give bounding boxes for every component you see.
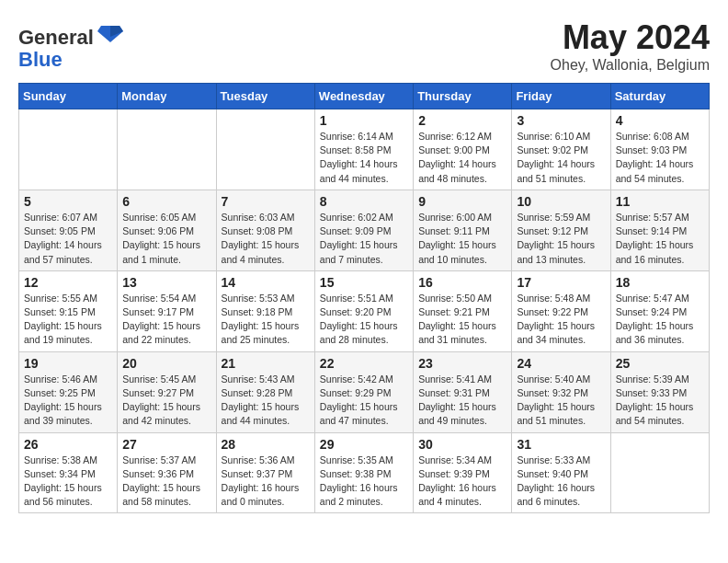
day-number: 9 — [418, 194, 506, 209]
calendar-cell: 11Sunrise: 5:57 AM Sunset: 9:14 PM Dayli… — [610, 190, 709, 270]
day-number: 29 — [320, 437, 408, 452]
calendar-week-2: 5Sunrise: 6:07 AM Sunset: 9:05 PM Daylig… — [19, 190, 710, 270]
day-info: Sunrise: 5:37 AM Sunset: 9:36 PM Dayligh… — [122, 454, 210, 510]
location-title: Ohey, Wallonia, Belgium — [551, 57, 710, 74]
day-number: 30 — [418, 437, 506, 452]
day-number: 26 — [24, 437, 112, 452]
calendar-cell: 23Sunrise: 5:41 AM Sunset: 9:31 PM Dayli… — [414, 351, 512, 432]
calendar-header-monday: Monday — [118, 84, 216, 109]
calendar-cell: 9Sunrise: 6:00 AM Sunset: 9:11 PM Daylig… — [414, 190, 512, 270]
day-number: 22 — [320, 356, 408, 371]
title-area: May 2024 Ohey, Wallonia, Belgium — [551, 18, 710, 74]
day-info: Sunrise: 5:57 AM Sunset: 9:14 PM Dayligh… — [616, 211, 704, 267]
calendar-cell: 31Sunrise: 5:33 AM Sunset: 9:40 PM Dayli… — [512, 432, 610, 513]
day-number: 28 — [222, 437, 310, 452]
day-info: Sunrise: 6:07 AM Sunset: 9:05 PM Dayligh… — [24, 211, 112, 267]
day-info: Sunrise: 5:47 AM Sunset: 9:24 PM Dayligh… — [616, 292, 704, 348]
day-info: Sunrise: 5:46 AM Sunset: 9:25 PM Dayligh… — [24, 373, 112, 429]
calendar-cell: 22Sunrise: 5:42 AM Sunset: 9:29 PM Dayli… — [314, 351, 413, 432]
calendar-cell: 15Sunrise: 5:51 AM Sunset: 9:20 PM Dayli… — [314, 270, 413, 351]
calendar-cell: 26Sunrise: 5:38 AM Sunset: 9:34 PM Dayli… — [19, 432, 118, 513]
day-number: 4 — [616, 113, 704, 128]
day-number: 12 — [24, 275, 112, 290]
logo-blue-text: Blue — [18, 48, 63, 71]
calendar-cell: 19Sunrise: 5:46 AM Sunset: 9:25 PM Dayli… — [19, 351, 118, 432]
day-info: Sunrise: 5:51 AM Sunset: 9:20 PM Dayligh… — [320, 292, 408, 348]
calendar-cell: 1Sunrise: 6:14 AM Sunset: 8:58 PM Daylig… — [314, 109, 413, 190]
day-number: 8 — [320, 194, 408, 209]
calendar-cell: 18Sunrise: 5:47 AM Sunset: 9:24 PM Dayli… — [610, 270, 709, 351]
calendar-cell: 20Sunrise: 5:45 AM Sunset: 9:27 PM Dayli… — [118, 351, 216, 432]
calendar-cell: 4Sunrise: 6:08 AM Sunset: 9:03 PM Daylig… — [610, 109, 709, 190]
day-info: Sunrise: 5:34 AM Sunset: 9:39 PM Dayligh… — [418, 454, 506, 510]
day-number: 27 — [122, 437, 210, 452]
calendar-cell — [216, 109, 314, 190]
day-number: 14 — [222, 275, 310, 290]
day-info: Sunrise: 5:45 AM Sunset: 9:27 PM Dayligh… — [122, 373, 210, 429]
day-info: Sunrise: 5:36 AM Sunset: 9:37 PM Dayligh… — [222, 454, 310, 510]
day-number: 25 — [616, 356, 704, 371]
calendar-cell: 21Sunrise: 5:43 AM Sunset: 9:28 PM Dayli… — [216, 351, 314, 432]
calendar-cell: 3Sunrise: 6:10 AM Sunset: 9:02 PM Daylig… — [512, 109, 610, 190]
calendar-cell: 25Sunrise: 5:39 AM Sunset: 9:33 PM Dayli… — [610, 351, 709, 432]
day-info: Sunrise: 6:08 AM Sunset: 9:03 PM Dayligh… — [616, 130, 704, 186]
day-number: 31 — [517, 437, 605, 452]
day-number: 18 — [616, 275, 704, 290]
calendar-cell: 14Sunrise: 5:53 AM Sunset: 9:18 PM Dayli… — [216, 270, 314, 351]
day-number: 20 — [122, 356, 210, 371]
calendar-week-5: 26Sunrise: 5:38 AM Sunset: 9:34 PM Dayli… — [19, 432, 710, 513]
month-title: May 2024 — [551, 18, 710, 57]
calendar-cell: 8Sunrise: 6:02 AM Sunset: 9:09 PM Daylig… — [314, 190, 413, 270]
day-info: Sunrise: 5:43 AM Sunset: 9:28 PM Dayligh… — [222, 373, 310, 429]
day-info: Sunrise: 5:38 AM Sunset: 9:34 PM Dayligh… — [24, 454, 112, 510]
calendar-cell: 12Sunrise: 5:55 AM Sunset: 9:15 PM Dayli… — [19, 270, 118, 351]
calendar-cell — [19, 109, 118, 190]
page-header: General Blue May 2024 Ohey, Wallonia, Be… — [18, 18, 710, 74]
day-number: 21 — [222, 356, 310, 371]
calendar-header-tuesday: Tuesday — [216, 84, 314, 109]
day-info: Sunrise: 5:33 AM Sunset: 9:40 PM Dayligh… — [517, 454, 605, 510]
calendar-week-1: 1Sunrise: 6:14 AM Sunset: 8:58 PM Daylig… — [19, 109, 710, 190]
logo-general-text: General — [18, 26, 94, 49]
calendar-cell: 24Sunrise: 5:40 AM Sunset: 9:32 PM Dayli… — [512, 351, 610, 432]
calendar-header-saturday: Saturday — [610, 84, 709, 109]
day-info: Sunrise: 6:14 AM Sunset: 8:58 PM Dayligh… — [320, 130, 408, 186]
day-info: Sunrise: 6:00 AM Sunset: 9:11 PM Dayligh… — [418, 211, 506, 267]
calendar-cell: 29Sunrise: 5:35 AM Sunset: 9:38 PM Dayli… — [314, 432, 413, 513]
day-number: 15 — [320, 275, 408, 290]
calendar-header-sunday: Sunday — [19, 84, 118, 109]
day-number: 17 — [517, 275, 605, 290]
calendar-cell: 2Sunrise: 6:12 AM Sunset: 9:00 PM Daylig… — [414, 109, 512, 190]
day-number: 2 — [418, 113, 506, 128]
calendar-cell: 17Sunrise: 5:48 AM Sunset: 9:22 PM Dayli… — [512, 270, 610, 351]
day-number: 13 — [122, 275, 210, 290]
calendar-cell: 6Sunrise: 6:05 AM Sunset: 9:06 PM Daylig… — [118, 190, 216, 270]
logo-icon — [97, 18, 123, 44]
calendar-week-3: 12Sunrise: 5:55 AM Sunset: 9:15 PM Dayli… — [19, 270, 710, 351]
calendar-table: SundayMondayTuesdayWednesdayThursdayFrid… — [18, 83, 710, 513]
day-number: 19 — [24, 356, 112, 371]
calendar-header-friday: Friday — [512, 84, 610, 109]
day-number: 11 — [616, 194, 704, 209]
calendar-cell: 16Sunrise: 5:50 AM Sunset: 9:21 PM Dayli… — [414, 270, 512, 351]
calendar-header-row: SundayMondayTuesdayWednesdayThursdayFrid… — [19, 84, 710, 109]
calendar-cell: 30Sunrise: 5:34 AM Sunset: 9:39 PM Dayli… — [414, 432, 512, 513]
day-info: Sunrise: 6:10 AM Sunset: 9:02 PM Dayligh… — [517, 130, 605, 186]
calendar-cell: 13Sunrise: 5:54 AM Sunset: 9:17 PM Dayli… — [118, 270, 216, 351]
day-info: Sunrise: 5:55 AM Sunset: 9:15 PM Dayligh… — [24, 292, 112, 348]
day-info: Sunrise: 5:50 AM Sunset: 9:21 PM Dayligh… — [418, 292, 506, 348]
calendar-cell — [118, 109, 216, 190]
day-info: Sunrise: 6:05 AM Sunset: 9:06 PM Dayligh… — [122, 211, 210, 267]
calendar-cell: 5Sunrise: 6:07 AM Sunset: 9:05 PM Daylig… — [19, 190, 118, 270]
calendar-cell: 28Sunrise: 5:36 AM Sunset: 9:37 PM Dayli… — [216, 432, 314, 513]
day-info: Sunrise: 6:03 AM Sunset: 9:08 PM Dayligh… — [222, 211, 310, 267]
day-number: 1 — [320, 113, 408, 128]
calendar-cell: 7Sunrise: 6:03 AM Sunset: 9:08 PM Daylig… — [216, 190, 314, 270]
day-number: 10 — [517, 194, 605, 209]
day-info: Sunrise: 5:35 AM Sunset: 9:38 PM Dayligh… — [320, 454, 408, 510]
day-info: Sunrise: 6:12 AM Sunset: 9:00 PM Dayligh… — [418, 130, 506, 186]
calendar-cell — [610, 432, 709, 513]
day-number: 16 — [418, 275, 506, 290]
day-number: 7 — [222, 194, 310, 209]
day-info: Sunrise: 5:42 AM Sunset: 9:29 PM Dayligh… — [320, 373, 408, 429]
